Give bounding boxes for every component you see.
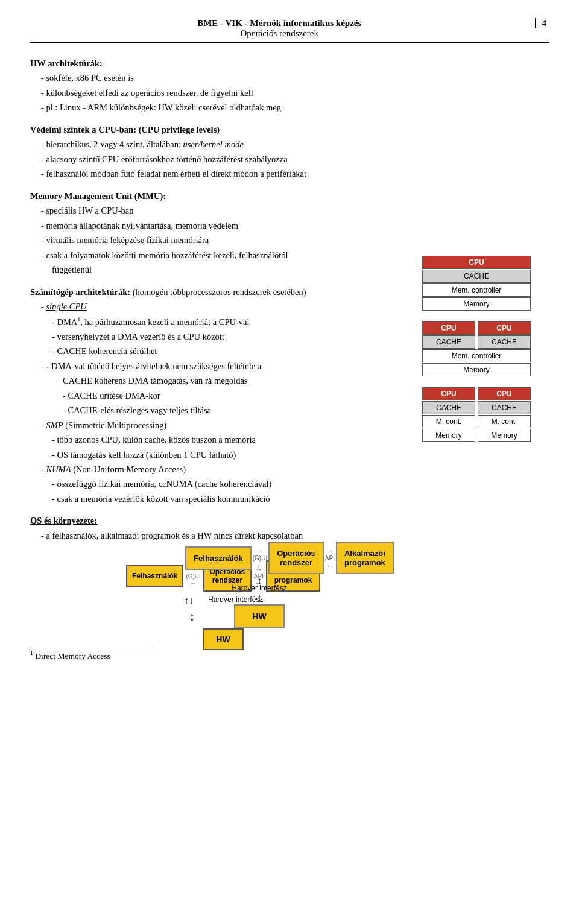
mmu-line3: - virtuális memória leképzése fizikai me… <box>30 233 416 247</box>
hw-arch-line1: - sokféle, x86 PC esetén is <box>30 71 416 84</box>
os-title: OS és környezete: <box>30 514 416 527</box>
numa-cpu1: CPU <box>422 387 475 400</box>
header-title: BME - VIK - Mérnök informatikus képzés <box>30 18 529 28</box>
os-arch-box: Operációsrendszer <box>268 542 324 574</box>
os-section: OS és környezete: - a felhasználók, alka… <box>30 514 416 542</box>
mmu-line5: függetlenül <box>30 263 416 276</box>
users-box: Felhasználók <box>126 565 183 587</box>
numa-cache2: CACHE <box>478 401 531 414</box>
numa-label: - NUMA (Non-Uniform Memory Access) <box>30 463 416 476</box>
smp-cpu-row: CPU CPU <box>422 321 531 335</box>
os-line1: - a felhasználók, alkalmazói programok é… <box>30 529 416 542</box>
single-cpu-line1: - DMA1, ha párhuzamosan kezeli a memóriá… <box>30 315 416 329</box>
single-memctrl-cell: Mem. controller <box>422 283 531 297</box>
mmu-line4: - csak a folyamatok közötti memória hozz… <box>30 248 416 262</box>
single-memory-cell: Memory <box>422 297 531 311</box>
apps-arch-box: Alkalmazóiprogramok <box>336 542 394 574</box>
mmu-line2: - memória állapotának nyilvántartása, me… <box>30 219 416 232</box>
numa-mcont2: M. cont. <box>478 415 531 428</box>
single-cpu-label: - single CPU <box>30 300 416 313</box>
single-cpu-diagram: CPU CACHE Mem. controller Memory <box>422 256 531 311</box>
felhasznalok-box: Felhasználók <box>185 546 252 570</box>
single-cache-cell: CACHE <box>422 270 531 283</box>
mmu-section: Memory Management Unit (MMU): - speciáli… <box>30 189 416 277</box>
smp-cpu1: CPU <box>422 321 475 335</box>
vedelmi-line2: - alacsony szintű CPU erőforrásokhoz tör… <box>30 153 416 166</box>
hw-arch-section: HW architektúrák: - sokféle, x86 PC eset… <box>30 57 416 115</box>
hw-interface-label: Hardver interfész <box>208 595 263 604</box>
numa-mem2: Memory <box>478 429 531 442</box>
smp-memctrl: Mem. controller <box>422 349 531 362</box>
smp-cache2: CACHE <box>478 335 531 349</box>
mmu-title: Memory Management Unit (MMU): <box>30 189 416 203</box>
mmu-line1: - speciális HW a CPU-ban <box>30 204 416 217</box>
numa-mem1: Memory <box>422 429 475 442</box>
smp-memory: Memory <box>422 363 531 376</box>
numa-diagram: CPU CPU CACHE CACHE M. cont. M. cont. Me… <box>422 387 531 442</box>
numa-line2: - csak a memória vezérlők között van spe… <box>30 492 416 505</box>
hw-arch-title: HW architektúrák: <box>30 57 416 70</box>
single-cpu-line4: - - DMA-val töténő helyes átvitelnek nem… <box>30 359 416 373</box>
szamitogep-intro: Számítógép architektúrák: (homogén többp… <box>30 285 416 299</box>
smp-diagram: CPU CPU CACHE CACHE Mem. controller Memo… <box>422 321 531 376</box>
page-header: BME - VIK - Mérnök informatikus képzés O… <box>30 18 549 43</box>
single-cpu-line6: - CACHE ürítése DMA-kor <box>30 389 416 402</box>
vedelmi-section: Védelmi szintek a CPU-ban: (CPU privileg… <box>30 123 416 181</box>
numa-mcont-row: M. cont. M. cont. <box>422 415 531 428</box>
single-cpu-cell: CPU <box>422 256 531 269</box>
numa-cache-row: CACHE CACHE <box>422 401 531 414</box>
szamitogep-section: Számítógép architektúrák: (homogén többp… <box>30 285 416 506</box>
hw-interface-arch-label: Hardver interfész <box>232 584 286 592</box>
single-cpu-line7: - CACHE-elés részleges vagy teljes tiltá… <box>30 403 416 417</box>
smp-cpu2: CPU <box>478 321 531 335</box>
numa-cache1: CACHE <box>422 401 475 414</box>
vedelmi-title: Védelmi szintek a CPU-ban: (CPU privileg… <box>30 123 416 136</box>
numa-mcont1: M. cont. <box>422 415 475 428</box>
hw-box: HW <box>203 628 243 650</box>
single-cpu-line3: - CACHE koherencia sérülhet <box>30 344 416 358</box>
footnote-sup: 1 <box>30 650 33 656</box>
smp-line1: - több azonos CPU, külön cache, közös bu… <box>30 433 416 446</box>
single-cpu-line5: CACHE koherens DMA támogatás, van rá meg… <box>30 374 416 387</box>
vedelmi-line1: - hierarchikus, 2 vagy 4 szint, általába… <box>30 138 416 151</box>
numa-cpu-row: CPU CPU <box>422 387 531 400</box>
numa-memory-row: Memory Memory <box>422 429 531 442</box>
smp-line2: - OS támogatás kell hozzá (különben 1 CP… <box>30 448 416 461</box>
hw-arch-line2: - különbségeket elfedi az operációs rend… <box>30 86 416 100</box>
smp-label: - SMP (Simmetric Multiprocessing) <box>30 419 416 432</box>
smp-cache1: CACHE <box>422 335 475 349</box>
diagram-column: CPU CACHE Mem. controller Memory CPU CPU… <box>422 57 549 662</box>
numa-cpu2: CPU <box>478 387 531 400</box>
vedelmi-line3: - felhasználói módban futó feladat nem é… <box>30 167 416 180</box>
smp-cache-row: CACHE CACHE <box>422 335 531 349</box>
hw-arch-line3: - pl.: Linux - ARM különbségek: HW közel… <box>30 101 416 114</box>
single-cpu-line2: - versenyhelyzet a DMA vezérlő és a CPU … <box>30 330 416 343</box>
page-number: 4 <box>535 18 549 28</box>
header-subtitle: Operációs rendszerek <box>30 28 529 39</box>
numa-line1: - összefüggő fizikai memória, ccNUMA (ca… <box>30 477 416 490</box>
